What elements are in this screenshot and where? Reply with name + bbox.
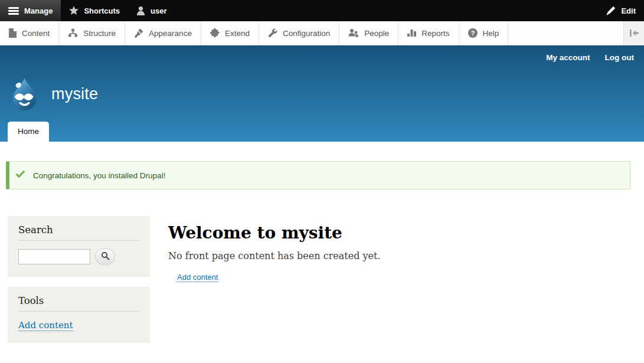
toolbar-tab-label: Shortcuts bbox=[84, 6, 120, 15]
tray-item-content[interactable]: Content bbox=[0, 21, 59, 45]
toolbar-spacer bbox=[175, 0, 599, 21]
help-icon: ? bbox=[468, 28, 478, 38]
main-column: Welcome to mysite No front page content … bbox=[150, 216, 626, 282]
primary-tabs: Home bbox=[8, 122, 49, 142]
svg-text:?: ? bbox=[470, 30, 475, 37]
toolbar-edit-label: Edit bbox=[621, 6, 636, 15]
status-message: Congratulations, you installed Drupal! bbox=[6, 161, 630, 189]
tray-item-label: Appearance bbox=[149, 29, 192, 38]
toolbar-tab-manage[interactable]: Manage bbox=[0, 0, 61, 21]
tray-item-label: Help bbox=[483, 29, 499, 38]
menu-icon bbox=[8, 7, 19, 15]
puzzle-icon bbox=[210, 28, 220, 38]
star-icon bbox=[69, 6, 79, 15]
checkmark-icon bbox=[15, 170, 25, 181]
wrench-icon bbox=[268, 28, 277, 38]
drupal-admin-page: Manage Shortcuts user bbox=[0, 0, 644, 363]
tray-item-people[interactable]: People bbox=[339, 21, 398, 45]
drupal-drop-logo[interactable] bbox=[8, 77, 41, 111]
tray-item-label: People bbox=[364, 29, 389, 38]
toolbar-tab-label: user bbox=[151, 6, 166, 15]
search-icon bbox=[101, 251, 110, 262]
tools-block: Tools Add content bbox=[8, 287, 150, 343]
tray-item-label: Configuration bbox=[283, 29, 330, 38]
tools-add-content-link[interactable]: Add content bbox=[18, 320, 73, 331]
log-out-link[interactable]: Log out bbox=[605, 53, 634, 62]
toolbar-tab-shortcuts[interactable]: Shortcuts bbox=[61, 0, 128, 21]
my-account-link[interactable]: My account bbox=[546, 53, 590, 62]
search-block: Search bbox=[8, 216, 150, 277]
search-block-title: Search bbox=[18, 224, 139, 241]
tray-spacer bbox=[508, 21, 623, 45]
tray-item-label: Structure bbox=[83, 29, 116, 38]
tools-block-title: Tools bbox=[18, 295, 139, 312]
toolbar-tab-user[interactable]: user bbox=[128, 0, 175, 21]
tab-home[interactable]: Home bbox=[8, 122, 49, 142]
bar-chart-icon bbox=[407, 28, 416, 38]
toolbar-collapse-icon[interactable] bbox=[623, 21, 644, 45]
tray-item-help[interactable]: ? Help bbox=[459, 21, 509, 45]
tray-item-structure[interactable]: Structure bbox=[59, 21, 125, 45]
tray-item-label: Content bbox=[22, 29, 50, 38]
search-input[interactable] bbox=[18, 249, 90, 264]
tray-item-extend[interactable]: Extend bbox=[201, 21, 259, 45]
user-icon bbox=[136, 6, 145, 15]
tray-item-label: Extend bbox=[225, 29, 250, 38]
content-layout: Search T bbox=[0, 216, 644, 343]
secondary-menu: My account Log out bbox=[546, 53, 634, 62]
admin-toolbar: Manage Shortcuts user bbox=[0, 0, 644, 21]
tray-item-configuration[interactable]: Configuration bbox=[259, 21, 339, 45]
toolbar-edit-button[interactable]: Edit bbox=[598, 0, 644, 21]
site-branding: mysite bbox=[8, 77, 98, 111]
page-title: Welcome to mysite bbox=[168, 223, 626, 243]
status-message-text: Congratulations, you installed Drupal! bbox=[33, 171, 165, 180]
sitemap-icon bbox=[68, 28, 78, 38]
search-submit-button[interactable] bbox=[95, 248, 115, 265]
search-form bbox=[18, 248, 139, 265]
paintbrush-icon bbox=[134, 28, 143, 38]
file-icon bbox=[9, 28, 17, 38]
sidebar-first: Search T bbox=[8, 216, 150, 343]
toolbar-tab-label: Manage bbox=[24, 6, 53, 15]
site-name[interactable]: mysite bbox=[51, 85, 98, 103]
empty-frontpage-text: No front page content has been created y… bbox=[168, 250, 626, 261]
admin-tray: Content Structure Appearance bbox=[0, 21, 644, 45]
tray-item-label: Reports bbox=[421, 29, 449, 38]
site-header: My account Log out bbox=[0, 45, 644, 142]
tray-item-reports[interactable]: Reports bbox=[398, 21, 459, 45]
tray-item-appearance[interactable]: Appearance bbox=[125, 21, 201, 45]
people-icon bbox=[348, 28, 359, 38]
main-content-region: Congratulations, you installed Drupal! S… bbox=[0, 142, 644, 343]
add-content-link[interactable]: Add content bbox=[177, 273, 218, 282]
pencil-icon bbox=[606, 6, 616, 15]
